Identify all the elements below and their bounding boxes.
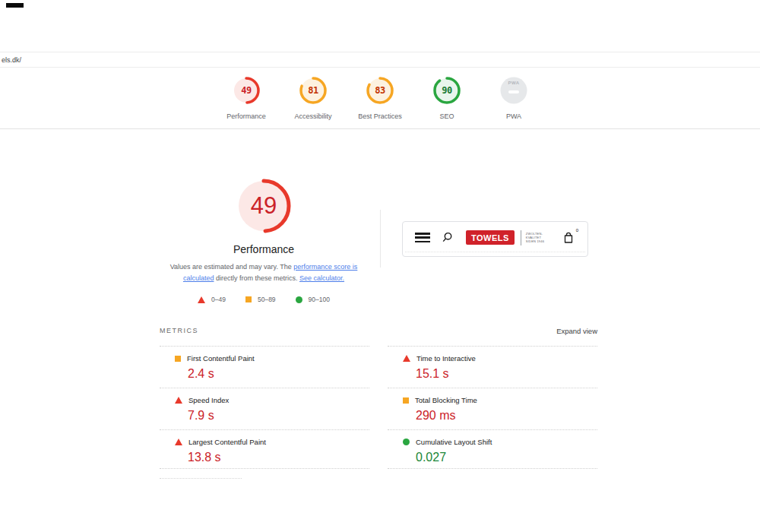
poor-triangle-icon xyxy=(175,397,182,404)
metric-time-to-interactive: Time to Interactive 15.1 s xyxy=(388,346,597,388)
logo-divider xyxy=(521,230,521,245)
site-tagline: ZWOLTEN- KVALITET SIDEN 1946 xyxy=(526,232,544,243)
hamburger-menu-icon xyxy=(415,233,430,242)
legend-poor: 0–49 xyxy=(198,296,226,303)
best-practices-gauge-label: Best Practices xyxy=(358,112,402,120)
metric-first-contentful-paint: First Contentful Paint 2.4 s xyxy=(160,346,369,388)
window-corner-mark xyxy=(6,3,24,8)
poor-triangle-icon xyxy=(403,355,410,362)
summary-gauge-best-practices[interactable]: 83 Best Practices xyxy=(347,76,413,120)
performance-gauge-label: Performance xyxy=(226,112,266,120)
pwa-gauge-label: PWA xyxy=(506,112,521,120)
metrics-section: METRICS Expand view First Contentful Pai… xyxy=(160,327,597,469)
seo-score: 90 xyxy=(432,76,461,105)
summary-gauge-pwa[interactable]: PWA PWA xyxy=(480,76,547,120)
cart-count: 0 xyxy=(576,228,578,233)
performance-overview: 49 Performance Values are estimated and … xyxy=(157,179,370,303)
metric-total-blocking-time: Total Blocking Time 290 ms xyxy=(388,388,597,429)
best-practices-score: 83 xyxy=(366,76,394,105)
pwa-dash-icon xyxy=(508,90,519,93)
summary-gauge-seo[interactable]: 90 SEO xyxy=(413,76,480,120)
metric-cumulative-layout-shift: Cumulative Layout Shift 0.027 xyxy=(388,429,597,469)
report-url-bar: els.dk/ xyxy=(0,52,760,68)
performance-big-gauge: 49 xyxy=(236,179,291,233)
legend-good: 90–100 xyxy=(296,296,330,303)
towels-logo: TOWELS xyxy=(466,230,515,245)
summary-gauge-accessibility[interactable]: 81 Accessibility xyxy=(280,76,347,120)
average-square-icon xyxy=(245,296,252,302)
site-screenshot-thumbnail: TOWELS ZWOLTEN- KVALITET SIDEN 1946 0 xyxy=(402,221,588,257)
good-circle-icon xyxy=(403,439,410,445)
average-square-icon xyxy=(175,356,181,362)
poor-triangle-icon xyxy=(175,439,182,445)
search-icon xyxy=(442,232,453,243)
score-summary-bar: 49 Performance 81 Accessibility 83 xyxy=(0,68,760,129)
metrics-grid: First Contentful Paint 2.4 s Time to Int… xyxy=(160,346,597,469)
cart-icon: 0 xyxy=(563,232,577,244)
lighthouse-report-page: els.dk/ 49 Performance 81 Accessibility xyxy=(0,0,760,532)
performance-big-score: 49 xyxy=(236,179,291,233)
performance-description: Values are estimated and may vary. The p… xyxy=(157,261,370,284)
metric-speed-index: Speed Index 7.9 s xyxy=(160,388,369,429)
average-square-icon xyxy=(403,397,409,404)
report-url: els.dk/ xyxy=(2,56,21,64)
vertical-divider xyxy=(380,210,381,268)
pwa-badge-text: PWA xyxy=(499,81,528,85)
expand-view-button[interactable]: Expand view xyxy=(556,327,597,335)
metric-largest-contentful-paint: Largest Contentful Paint 13.8 s xyxy=(160,429,369,469)
legend-average: 50–89 xyxy=(245,296,276,303)
accessibility-score: 81 xyxy=(299,76,328,105)
performance-section-title: Performance xyxy=(157,243,370,255)
see-calculator-link[interactable]: See calculator. xyxy=(299,274,344,282)
good-circle-icon xyxy=(296,296,302,303)
poor-triangle-icon xyxy=(198,296,205,303)
truncated-next-row-line xyxy=(160,478,242,479)
performance-score: 49 xyxy=(232,76,261,105)
thumbnail-divider-line xyxy=(405,252,585,252)
seo-gauge-label: SEO xyxy=(439,112,454,120)
score-legend: 0–49 50–89 90–100 xyxy=(157,296,370,303)
metrics-heading: METRICS xyxy=(160,327,198,334)
summary-gauge-performance[interactable]: 49 Performance xyxy=(213,76,280,120)
accessibility-gauge-label: Accessibility xyxy=(294,112,331,120)
